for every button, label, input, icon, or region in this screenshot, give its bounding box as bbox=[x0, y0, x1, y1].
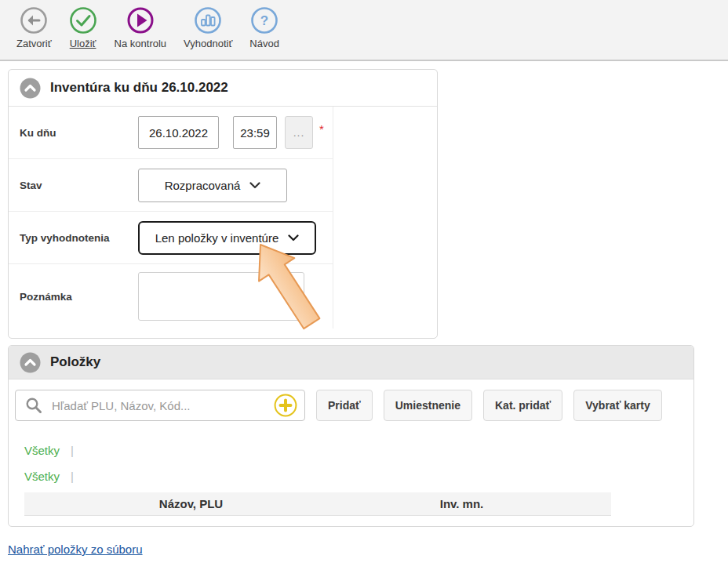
items-panel: Položky Pridať Umiestnenie Kat. pridať V… bbox=[8, 345, 694, 527]
bar-chart-icon bbox=[194, 6, 222, 34]
note-row: Poznámka bbox=[9, 264, 333, 329]
note-textarea[interactable] bbox=[138, 272, 304, 321]
status-row: Stav Rozpracovaná bbox=[9, 159, 333, 212]
filter-separator: | bbox=[71, 470, 74, 483]
close-button[interactable]: Zatvoriť bbox=[8, 5, 60, 51]
category-add-button[interactable]: Kat. pridať bbox=[483, 390, 562, 421]
page: Zatvoriť Uložiť Na kontrolu Vyhodnotiť bbox=[0, 0, 728, 570]
upload-items-link[interactable]: Nahrať položky zo súboru bbox=[8, 543, 143, 556]
check-icon bbox=[69, 6, 97, 34]
add-plus-icon[interactable] bbox=[274, 394, 297, 417]
status-select-value: Rozpracovaná bbox=[165, 179, 241, 192]
inventory-panel: Inventúra ku dňu 26.10.2022 Ku dňu ... *… bbox=[8, 69, 438, 339]
question-icon: ? bbox=[250, 6, 278, 34]
filter-all-link[interactable]: Všetky bbox=[24, 444, 60, 457]
items-toolbar: Pridať Umiestnenie Kat. pridať Vybrať ka… bbox=[15, 390, 690, 421]
help-label: Návod bbox=[249, 38, 279, 49]
evaluation-type-select[interactable]: Len položky v inventúre bbox=[138, 221, 316, 255]
add-button[interactable]: Pridať bbox=[316, 390, 373, 421]
date-input[interactable] bbox=[138, 116, 219, 149]
close-label: Zatvoriť bbox=[16, 38, 52, 49]
chevron-down-icon bbox=[288, 234, 299, 241]
column-inventory-qty: Inv. mn. bbox=[358, 497, 566, 510]
status-select[interactable]: Rozpracovaná bbox=[138, 169, 287, 202]
inventory-form: Ku dňu ... * Stav Rozpracovaná bbox=[9, 107, 333, 329]
items-panel-title: Položky bbox=[50, 354, 100, 370]
items-panel-header: Položky bbox=[9, 346, 693, 379]
filter-row: Všetky | bbox=[24, 470, 74, 483]
search-box bbox=[15, 390, 305, 421]
inventory-panel-title: Inventúra ku dňu 26.10.2022 bbox=[50, 80, 228, 96]
note-label: Poznámka bbox=[20, 291, 72, 303]
to-control-button[interactable]: Na kontrolu bbox=[106, 5, 175, 51]
search-icon bbox=[25, 397, 42, 414]
chevron-down-icon bbox=[249, 182, 260, 189]
location-button[interactable]: Umiestnenie bbox=[384, 390, 472, 421]
to-control-label: Na kontrolu bbox=[115, 38, 166, 49]
evaluate-button[interactable]: Vyhodnotiť bbox=[175, 5, 241, 51]
filter-row: Všetky | bbox=[24, 444, 74, 457]
save-label: Uložiť bbox=[70, 38, 96, 49]
help-button[interactable]: ? Návod bbox=[241, 5, 288, 51]
collapse-chevron-icon[interactable] bbox=[20, 352, 41, 373]
svg-text:?: ? bbox=[260, 13, 268, 28]
select-cards-button[interactable]: Vybrať karty bbox=[573, 390, 661, 421]
search-input[interactable] bbox=[15, 390, 305, 421]
filter-separator: | bbox=[71, 444, 74, 457]
back-arrow-icon bbox=[20, 6, 48, 34]
date-picker-button[interactable]: ... bbox=[285, 116, 313, 149]
evaluation-type-label: Typ vyhodnotenia bbox=[20, 232, 110, 244]
status-label: Stav bbox=[20, 180, 42, 191]
date-label: Ku dňu bbox=[20, 127, 56, 139]
play-icon bbox=[126, 6, 155, 34]
items-table-header: Názov, PLU Inv. mn. bbox=[24, 492, 611, 516]
evaluation-type-row: Typ vyhodnotenia Len položky v inventúre bbox=[9, 212, 333, 264]
required-marker: * bbox=[319, 122, 324, 136]
top-toolbar: Zatvoriť Uložiť Na kontrolu Vyhodnotiť bbox=[0, 0, 728, 61]
filter-all-link[interactable]: Všetky bbox=[24, 470, 60, 483]
time-input[interactable] bbox=[233, 116, 277, 149]
inventory-panel-header: Inventúra ku dňu 26.10.2022 bbox=[9, 70, 437, 107]
evaluation-type-select-value: Len položky v inventúre bbox=[155, 231, 279, 245]
column-name-plu: Názov, PLU bbox=[24, 497, 358, 510]
date-row: Ku dňu ... * bbox=[9, 107, 333, 159]
evaluate-label: Vyhodnotiť bbox=[184, 38, 232, 49]
collapse-chevron-icon[interactable] bbox=[20, 78, 41, 99]
save-button[interactable]: Uložiť bbox=[60, 5, 106, 51]
